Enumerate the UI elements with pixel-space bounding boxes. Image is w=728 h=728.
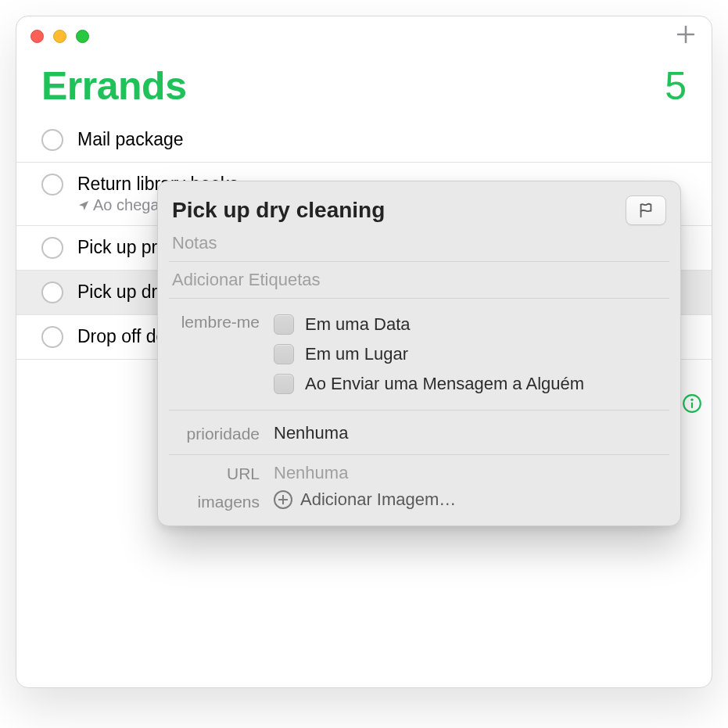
info-button[interactable]	[680, 392, 704, 415]
window-controls	[30, 30, 89, 43]
priority-label: prioridade	[172, 421, 274, 443]
complete-toggle[interactable]	[41, 237, 63, 259]
list-item[interactable]: Mail package	[16, 118, 712, 163]
notes-field[interactable]: Notas	[158, 228, 680, 258]
priority-row[interactable]: prioridade Nenhuma	[158, 414, 680, 451]
divider	[169, 261, 669, 262]
item-title: Mail package	[77, 129, 687, 150]
plus-circle-icon	[274, 490, 292, 509]
divider	[169, 454, 669, 455]
remind-label: lembre-me	[172, 310, 274, 332]
flag-button[interactable]	[626, 195, 666, 225]
complete-toggle[interactable]	[41, 174, 63, 195]
close-window-button[interactable]	[30, 30, 44, 43]
zoom-window-button[interactable]	[76, 30, 89, 43]
complete-toggle[interactable]	[41, 282, 63, 303]
url-value: Nenhuma	[274, 461, 666, 483]
checkbox[interactable]	[274, 374, 294, 394]
reminders-window: Errands 5 Mail package Return library bo…	[16, 16, 712, 688]
priority-value: Nenhuma	[274, 421, 666, 443]
checkbox[interactable]	[274, 314, 294, 335]
remind-option-messaging[interactable]: Ao Enviar uma Mensagem a Alguém	[274, 369, 666, 399]
divider	[169, 410, 669, 411]
add-reminder-button[interactable]	[674, 23, 698, 49]
url-row[interactable]: URL Nenhuma	[158, 458, 680, 486]
svg-rect-4	[691, 402, 693, 408]
remind-row: lembre-me Em uma Data Em um Lugar Ao Env…	[158, 302, 680, 407]
titlebar	[16, 16, 712, 56]
images-row[interactable]: imagens Adicionar Imagem…	[158, 486, 680, 515]
svg-point-3	[690, 399, 693, 401]
list-count: 5	[665, 63, 687, 109]
url-label: URL	[172, 461, 274, 483]
list-title: Errands	[41, 63, 186, 109]
add-image-button[interactable]: Adicionar Imagem…	[274, 490, 666, 510]
checkbox[interactable]	[274, 344, 294, 364]
minimize-window-button[interactable]	[53, 30, 66, 43]
images-label: imagens	[172, 490, 274, 511]
detail-popover: Pick up dry cleaning Notas Adicionar Eti…	[157, 181, 681, 526]
complete-toggle[interactable]	[41, 326, 63, 348]
complete-toggle[interactable]	[41, 129, 63, 151]
location-icon	[77, 199, 90, 212]
tags-field[interactable]: Adicionar Etiquetas	[158, 265, 680, 295]
divider	[169, 298, 669, 299]
popover-title[interactable]: Pick up dry cleaning	[172, 198, 385, 223]
remind-option-location[interactable]: Em um Lugar	[274, 339, 666, 369]
list-header: Errands 5	[16, 56, 712, 115]
remind-option-date[interactable]: Em uma Data	[274, 310, 666, 339]
